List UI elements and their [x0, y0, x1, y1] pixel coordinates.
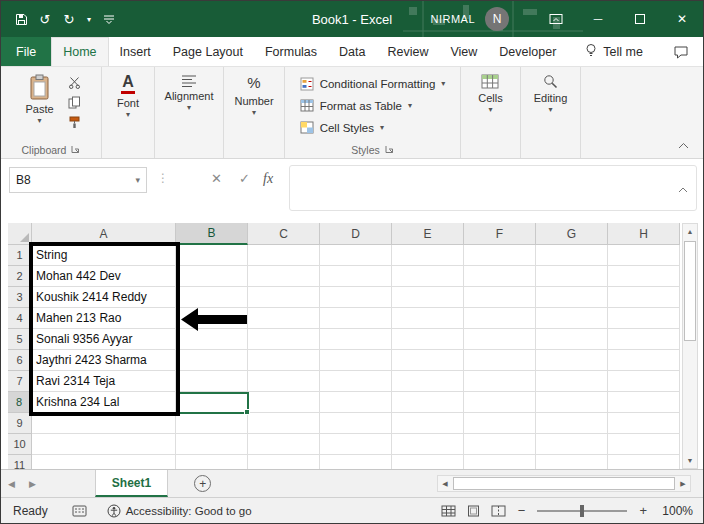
row-header-2[interactable]: 2 [8, 266, 32, 287]
cell-A3[interactable]: Koushik 2414 Reddy [32, 287, 176, 308]
format-as-table-button[interactable]: Format as Table ▾ [295, 96, 451, 115]
macro-record-icon[interactable] [72, 505, 87, 517]
tab-view[interactable]: View [439, 37, 488, 66]
cell-G9[interactable] [536, 413, 608, 434]
cell-E3[interactable] [392, 287, 464, 308]
row-header-5[interactable]: 5 [8, 329, 32, 350]
cell-G3[interactable] [536, 287, 608, 308]
cell-E10[interactable] [392, 434, 464, 455]
cell-H5[interactable] [608, 329, 680, 350]
column-header-G[interactable]: G [536, 223, 608, 245]
row-header-1[interactable]: 1 [8, 245, 32, 266]
sheet-nav-right-icon[interactable]: ▶ [22, 479, 43, 489]
ribbon-display-options-icon[interactable] [535, 1, 577, 37]
cell-E4[interactable] [392, 308, 464, 329]
styles-dialog-launcher-icon[interactable] [385, 145, 394, 154]
cell-F11[interactable] [464, 455, 536, 469]
cell-H1[interactable] [608, 245, 680, 266]
cell-F7[interactable] [464, 371, 536, 392]
cell-H6[interactable] [608, 350, 680, 371]
close-button[interactable]: ✕ [661, 1, 703, 37]
cell-B5[interactable] [176, 329, 248, 350]
row-header-6[interactable]: 6 [8, 350, 32, 371]
cell-E9[interactable] [392, 413, 464, 434]
cell-G2[interactable] [536, 266, 608, 287]
column-header-H[interactable]: H [608, 223, 680, 245]
paste-button[interactable]: Paste ▾ [17, 70, 61, 130]
cell-A10[interactable] [32, 434, 176, 455]
cell-F9[interactable] [464, 413, 536, 434]
horizontal-scroll-thumb[interactable] [453, 477, 675, 490]
cell-C9[interactable] [248, 413, 320, 434]
scroll-up-icon[interactable]: ▲ [683, 224, 697, 239]
cell-C2[interactable] [248, 266, 320, 287]
insert-function-button[interactable]: fx [263, 171, 273, 187]
tab-review[interactable]: Review [376, 37, 439, 66]
cell-E5[interactable] [392, 329, 464, 350]
enter-icon[interactable]: ✓ [239, 171, 250, 186]
normal-view-icon[interactable] [441, 505, 456, 517]
collapse-ribbon-icon[interactable] [678, 135, 689, 153]
cell-B3[interactable] [176, 287, 248, 308]
row-header-4[interactable]: 4 [8, 308, 32, 329]
accessibility-status[interactable]: Accessibility: Good to go [126, 505, 252, 517]
account-name[interactable]: NIRMAL [430, 13, 475, 25]
scroll-right-icon[interactable]: ▶ [676, 476, 690, 491]
cell-A8[interactable]: Krishna 234 Lal [32, 392, 176, 413]
cell-A2[interactable]: Mohan 442 Dev [32, 266, 176, 287]
cell-C10[interactable] [248, 434, 320, 455]
cell-styles-button[interactable]: Cell Styles ▾ [295, 118, 451, 137]
scroll-left-icon[interactable]: ◀ [438, 476, 452, 491]
cell-B6[interactable] [176, 350, 248, 371]
sheet-tab-sheet1[interactable]: Sheet1 [95, 470, 168, 497]
cell-B2[interactable] [176, 266, 248, 287]
row-header-10[interactable]: 10 [8, 434, 32, 455]
cell-H4[interactable] [608, 308, 680, 329]
cell-H7[interactable] [608, 371, 680, 392]
cell-D1[interactable] [320, 245, 392, 266]
cell-D5[interactable] [320, 329, 392, 350]
cell-D8[interactable] [320, 392, 392, 413]
cell-G10[interactable] [536, 434, 608, 455]
account-avatar[interactable]: N [485, 7, 509, 31]
cell-C6[interactable] [248, 350, 320, 371]
cell-B7[interactable] [176, 371, 248, 392]
cell-C7[interactable] [248, 371, 320, 392]
cell-B10[interactable] [176, 434, 248, 455]
font-button[interactable]: A Font ▾ [109, 70, 147, 118]
cell-G6[interactable] [536, 350, 608, 371]
vertical-scrollbar[interactable]: ▲ ▼ [682, 223, 698, 469]
save-icon[interactable] [11, 7, 31, 31]
formula-bar-expand-icon[interactable] [678, 182, 688, 196]
name-box-chevron-icon[interactable]: ▾ [135, 175, 140, 185]
cell-H11[interactable] [608, 455, 680, 469]
new-sheet-button[interactable]: + [194, 475, 211, 492]
cell-F6[interactable] [464, 350, 536, 371]
alignment-button[interactable]: Alignment ▾ [157, 70, 222, 111]
cell-B9[interactable] [176, 413, 248, 434]
column-header-E[interactable]: E [392, 223, 464, 245]
row-header-3[interactable]: 3 [8, 287, 32, 308]
tab-insert[interactable]: Insert [109, 37, 162, 66]
cell-A5[interactable]: Sonali 9356 Ayyar [32, 329, 176, 350]
minimize-button[interactable]: ─ [577, 1, 619, 37]
accessibility-icon[interactable] [107, 504, 121, 518]
cell-H3[interactable] [608, 287, 680, 308]
cell-D4[interactable] [320, 308, 392, 329]
cell-A6[interactable]: Jaythri 2423 Sharma [32, 350, 176, 371]
zoom-slider[interactable] [537, 504, 627, 518]
maximize-button[interactable] [619, 1, 661, 37]
name-box[interactable]: B8 ▾ [9, 167, 147, 193]
cell-D7[interactable] [320, 371, 392, 392]
zoom-out-button[interactable]: − [516, 503, 528, 518]
cell-G1[interactable] [536, 245, 608, 266]
cell-F3[interactable] [464, 287, 536, 308]
cell-G5[interactable] [536, 329, 608, 350]
cell-F8[interactable] [464, 392, 536, 413]
column-header-B[interactable]: B [176, 223, 248, 245]
cell-E8[interactable] [392, 392, 464, 413]
cell-H10[interactable] [608, 434, 680, 455]
cell-H2[interactable] [608, 266, 680, 287]
cell-C5[interactable] [248, 329, 320, 350]
cell-D10[interactable] [320, 434, 392, 455]
